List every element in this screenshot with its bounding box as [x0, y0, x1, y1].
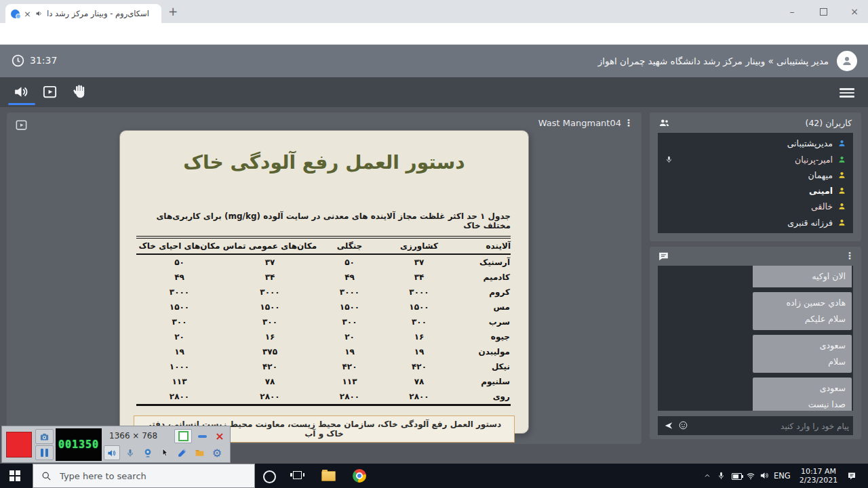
slide-title: دستور العمل رفع آلودگی خاک	[120, 151, 528, 174]
emoji-icon[interactable]	[678, 420, 688, 430]
video-tool-button[interactable]	[42, 84, 58, 100]
value-cell: ۳۷	[222, 254, 317, 270]
user-icon	[837, 186, 846, 195]
file-explorer-button[interactable]	[321, 471, 336, 481]
value-cell: ۱۵۰۰	[136, 300, 222, 314]
tray-volume-icon[interactable]	[760, 470, 770, 481]
chat-menu-button[interactable]: ⋮	[845, 250, 854, 261]
chat-bubble: سعودیصدا نیست	[753, 378, 852, 411]
recorder-close-button[interactable]: ×	[212, 429, 228, 443]
taskbar-search[interactable]	[33, 464, 255, 488]
tray-mic-icon[interactable]	[717, 470, 726, 481]
user-list-item[interactable]: امیر-پرنیان	[658, 155, 853, 165]
slide-table-caption: جدول ۱ حد اکثر غلظت مجاز آلاینده های معد…	[138, 211, 511, 230]
slide-table-header-row: آلایندهکشاورزیجنگلیمکان‌های عمومی تماسمک…	[136, 237, 511, 254]
value-cell: ۲۸۰۰	[136, 389, 222, 405]
capture-area-button[interactable]	[174, 429, 192, 443]
window-minimize-button[interactable]: –	[777, 0, 807, 23]
new-tab-button[interactable]: +	[168, 5, 178, 18]
chat-text: سلام	[759, 354, 846, 370]
pollutant-cell: جیوه	[456, 329, 511, 344]
value-cell: ۱۹	[382, 344, 456, 359]
language-indicator[interactable]: ENG	[774, 471, 791, 481]
users-panel-title: کاربران (42)	[806, 118, 852, 128]
cursor-capture-button[interactable]	[157, 445, 172, 460]
presentation-menu-button[interactable]: ⋮	[624, 117, 633, 128]
wifi-icon[interactable]	[745, 472, 756, 481]
recorder-mic-button[interactable]	[122, 445, 138, 460]
user-list-item[interactable]: مدیرپشتیبانی	[658, 138, 853, 148]
value-cell: ۵۰	[136, 254, 222, 270]
chat-icon	[658, 251, 669, 262]
tray-expand-icon[interactable]	[703, 472, 711, 479]
screen-recorder-overlay[interactable]: 001350 1366 × 768 ⚙ ×	[1, 426, 231, 463]
webcam-button[interactable]	[140, 445, 156, 460]
task-view-button[interactable]	[293, 471, 302, 479]
audio-tool-button[interactable]	[12, 83, 31, 100]
value-cell: ۲۸۰۰	[222, 389, 317, 405]
value-cell: ۱۵۰۰	[317, 300, 382, 314]
host-avatar[interactable]	[837, 51, 857, 71]
user-list-item[interactable]: میهمان	[658, 170, 853, 180]
pause-button[interactable]	[35, 445, 54, 460]
chat-bubble: سعودیسلام	[753, 335, 852, 373]
window-restore-button[interactable]	[808, 0, 838, 23]
screenshot-button[interactable]	[35, 429, 54, 444]
pollutant-cell: سلنیوم	[456, 374, 511, 389]
start-button[interactable]	[9, 470, 20, 481]
skyroom-favicon	[11, 9, 20, 18]
tab-close-icon[interactable]: ×	[24, 9, 31, 18]
value-cell: ۳۰۰۰	[136, 285, 222, 300]
open-folder-button[interactable]	[191, 445, 208, 460]
webinar-menu-button[interactable]	[840, 86, 854, 100]
taskbar-search-input[interactable]	[58, 470, 231, 482]
send-icon[interactable]	[663, 421, 674, 430]
chrome-taskbar-button[interactable]	[353, 469, 366, 483]
raise-hand-button[interactable]	[72, 83, 88, 100]
tab-title: اسکای‌روم - وبینار مرکز رشد دان	[47, 9, 149, 18]
table-row: آرسنیک۳۷۵۰۳۷۵۰	[136, 254, 511, 270]
user-list-item[interactable]: خالقی	[658, 201, 853, 211]
record-stop-button[interactable]	[6, 432, 32, 458]
pollutant-cell: کادمیم	[456, 270, 511, 285]
pencil-icon	[177, 448, 187, 458]
presentation-panel: Wast Mangmant04 ⋮ دستور العمل رفع آلودگی…	[7, 113, 642, 444]
value-cell: ۴۲۰	[317, 359, 382, 374]
recorder-sound-button[interactable]	[104, 445, 120, 460]
user-list-item[interactable]: امینی	[658, 186, 853, 196]
chat-text: الان اوکیه	[759, 268, 846, 285]
settings-button[interactable]: ⚙	[209, 445, 225, 460]
capture-resolution: 1366 × 768	[109, 431, 157, 441]
table-row: جیوه۱۶۲۰۱۶۲۰	[136, 329, 511, 344]
column-header: مکان‌های عمومی تماس	[222, 237, 317, 254]
recorder-minimize-button[interactable]	[195, 429, 210, 443]
draw-tool-button[interactable]	[174, 445, 190, 460]
search-icon	[41, 471, 52, 481]
user-name: میهمان	[808, 170, 833, 180]
browser-toolbar: skyroom.online/ch/1arcs/roshdscu c ⋮	[0, 23, 868, 45]
user-name: فرزانه قنبری	[787, 218, 833, 228]
action-center-icon[interactable]	[846, 471, 857, 481]
value-cell: ۳۷	[382, 254, 456, 270]
taskbar-clock[interactable]: 10:17 AM 2/23/2021	[797, 467, 840, 485]
slide: دستور العمل رفع آلودگی خاک جدول ۱ حد اکث…	[119, 130, 529, 434]
webcam-icon	[142, 447, 153, 459]
browser-tab[interactable]: × اسکای‌روم - وبینار مرکز رشد دان	[5, 4, 161, 23]
cortana-button[interactable]	[263, 470, 276, 483]
column-header: کشاورزی	[382, 237, 456, 254]
battery-icon[interactable]	[732, 473, 742, 480]
value-cell: ۳۰۰۰	[317, 285, 382, 300]
window-close-button[interactable]: ×	[840, 0, 868, 23]
chat-input[interactable]	[692, 416, 850, 436]
chat-messages[interactable]: الان اوکیههادي حسین زادهسلام علیکمسعودیس…	[658, 266, 853, 411]
date-text: 2/23/2021	[797, 476, 840, 485]
pollutant-cell: آرسنیک	[456, 254, 511, 270]
capture-area-icon	[178, 431, 189, 441]
webinar-toolbar	[0, 77, 868, 107]
value-cell: ۴۲۰	[222, 359, 317, 374]
close-icon: ×	[850, 6, 859, 17]
pollutant-cell: کروم	[456, 285, 511, 300]
clock-icon	[11, 54, 25, 68]
user-list-item[interactable]: فرزانه قنبری	[658, 218, 853, 228]
camera-icon	[39, 432, 50, 442]
